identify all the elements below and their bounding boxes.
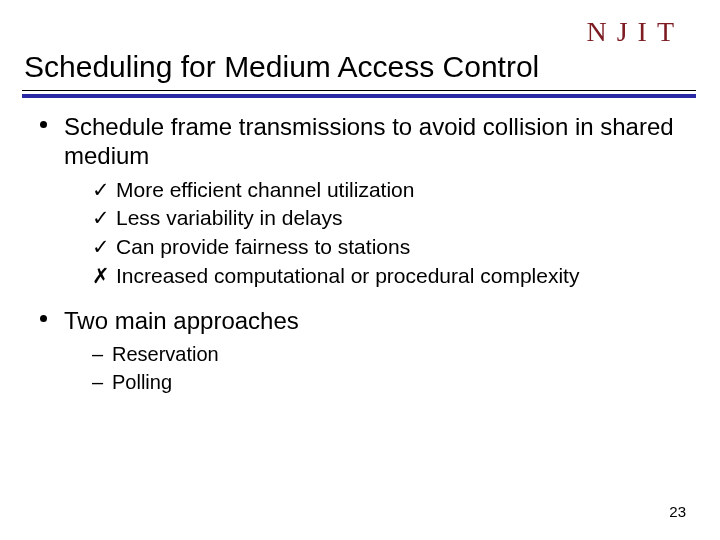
- bullet-dot-icon: [40, 121, 47, 128]
- slide: NJIT Scheduling for Medium Access Contro…: [0, 0, 720, 540]
- sub-item-text: Less variability in delays: [116, 206, 342, 229]
- title-rule-thick: [22, 94, 696, 98]
- bullet-1-sublist: ✓ More efficient channel utilization ✓ L…: [92, 177, 690, 291]
- njit-logo: NJIT: [586, 16, 684, 48]
- list-item: – Reservation: [92, 341, 690, 367]
- bullet-1: Schedule frame transmissions to avoid co…: [34, 112, 690, 171]
- page-number: 23: [669, 503, 686, 520]
- list-item: ✓ More efficient channel utilization: [92, 177, 690, 204]
- bullet-2: Two main approaches: [34, 306, 690, 335]
- bullet-2-sublist: – Reservation – Polling: [92, 341, 690, 395]
- check-icon: ✓: [92, 234, 110, 261]
- bullet-1-text: Schedule frame transmissions to avoid co…: [64, 113, 674, 169]
- sub-item-text: More efficient channel utilization: [116, 178, 414, 201]
- check-icon: ✓: [92, 205, 110, 232]
- bullet-dot-icon: [40, 315, 47, 322]
- slide-title: Scheduling for Medium Access Control: [24, 50, 539, 84]
- sub-item-text: Increased computational or procedural co…: [116, 264, 579, 287]
- check-icon: ✓: [92, 177, 110, 204]
- cross-icon: ✗: [92, 263, 110, 290]
- bullet-2-text: Two main approaches: [64, 307, 299, 334]
- dash-icon: –: [92, 341, 103, 367]
- spacer: [34, 292, 690, 306]
- sub-item-text: Can provide fairness to stations: [116, 235, 410, 258]
- list-item: ✗ Increased computational or procedural …: [92, 263, 690, 290]
- sub-item-text: Polling: [112, 371, 172, 393]
- sub-item-text: Reservation: [112, 343, 219, 365]
- list-item: ✓ Can provide fairness to stations: [92, 234, 690, 261]
- list-item: ✓ Less variability in delays: [92, 205, 690, 232]
- dash-icon: –: [92, 369, 103, 395]
- list-item: – Polling: [92, 369, 690, 395]
- slide-body: Schedule frame transmissions to avoid co…: [34, 112, 690, 397]
- title-rule-thin: [22, 90, 696, 91]
